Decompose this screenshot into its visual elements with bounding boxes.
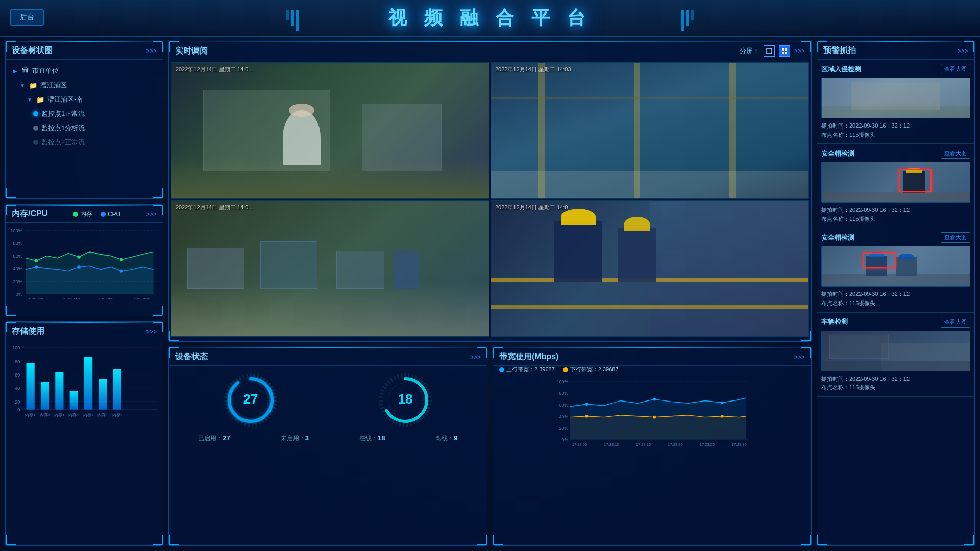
gauge-1: 27: [223, 372, 279, 428]
svg-text:内存1: 内存1: [40, 413, 51, 417]
alert-item-4-header: 车辆检测 查看大图: [821, 317, 970, 328]
alert-thumbnail-4: [821, 331, 970, 371]
alert-view-btn-2[interactable]: 查看大图: [941, 148, 970, 159]
gauge-svg-2: 18: [377, 372, 433, 428]
gauge-stat-offline: 离线：9: [435, 434, 457, 443]
alert-thumbnail-1: [821, 78, 970, 118]
legend-dot-upload: [499, 367, 504, 372]
header-deco-right: [681, 10, 694, 31]
cpu-header: 内存/CPU 内存 CPU >>>: [6, 205, 163, 223]
svg-point-22: [77, 265, 80, 268]
svg-point-78: [721, 401, 724, 404]
alert-info-2: 抓拍时间：2022-09-30 16：32：12 布点名称：115摄像头: [821, 206, 970, 223]
device-status-panel: 设备状态 >>>: [168, 347, 487, 546]
legend-upload: 上行带宽：2.39687: [499, 366, 555, 373]
svg-text:0: 0: [17, 407, 20, 412]
bandwidth-title: 带宽使用(Mbps): [499, 352, 558, 362]
svg-marker-79: [570, 415, 747, 439]
legend-dot-download: [563, 367, 568, 372]
alert-view-btn-1[interactable]: 查看大图: [941, 64, 970, 74]
svg-marker-20: [26, 266, 153, 294]
tree-item-district1[interactable]: ▼ 📁 漕江浦区: [12, 78, 157, 92]
video-cell-1[interactable]: 2022年12月14日 星期二 14:0...: [171, 62, 489, 199]
svg-rect-44: [84, 357, 92, 409]
svg-text:80%: 80%: [559, 391, 568, 396]
gauge-stat-enabled: 已启用：27: [198, 434, 230, 443]
alert-panel: 预警抓拍 >>> 区域入侵检测 查看大图: [817, 41, 975, 546]
svg-text:17:23:05: 17:23:05: [28, 297, 45, 299]
svg-text:100%: 100%: [10, 228, 22, 233]
svg-text:20: 20: [15, 399, 20, 405]
alert-info-3: 抓拍时间：2022-09-30 16：32：12 布点名称：115摄像头: [821, 290, 970, 308]
video-cell-4[interactable]: 2022年12月14日 星期二 14:0...: [491, 200, 809, 337]
alert-panel-title: 预警抓拍: [823, 45, 856, 56]
back-button[interactable]: 后台: [10, 9, 44, 26]
svg-text:17:23:05: 17:23:05: [572, 442, 587, 447]
storage-header: 存储使用 >>>: [6, 322, 163, 340]
tree-item-cam3[interactable]: 监控点2正常流: [12, 135, 157, 149]
svg-text:17:23:25: 17:23:25: [700, 442, 715, 447]
cpu-panel: 内存/CPU 内存 CPU >>>: [5, 204, 163, 316]
screen-1x1-btn[interactable]: [764, 45, 775, 57]
svg-text:40%: 40%: [13, 266, 22, 271]
video-cell-3[interactable]: 2022年12月14日 星期二 14:0...: [171, 200, 489, 337]
svg-text:内存1: 内存1: [25, 413, 36, 417]
video-timestamp-1: 2022年12月14日 星期二 14:0...: [176, 66, 253, 73]
svg-rect-48: [113, 369, 121, 410]
status-dot-cam1: [33, 111, 38, 116]
svg-rect-36: [27, 363, 35, 410]
alert-type-2: 安全帽检测: [821, 149, 854, 158]
cpu-legend: 内存 CPU: [73, 210, 120, 218]
svg-text:40: 40: [15, 386, 20, 391]
storage-chart-container: 100 80 60 40 20 0: [6, 340, 163, 422]
tree-item-cam1[interactable]: 监控点1正常流: [12, 107, 157, 121]
svg-rect-40: [55, 372, 63, 410]
svg-text:0%: 0%: [15, 292, 22, 297]
alert-view-btn-3[interactable]: 查看大图: [941, 232, 970, 243]
svg-text:17:23:20: 17:23:20: [133, 297, 150, 299]
svg-rect-52: [785, 48, 787, 51]
svg-point-81: [653, 416, 656, 419]
alert-thumbnail-2: [821, 162, 970, 203]
svg-point-21: [35, 265, 38, 268]
svg-text:内存1: 内存1: [83, 413, 94, 417]
tree-item-district2[interactable]: ▼ 📁 漕江浦区-南: [12, 92, 157, 107]
svg-text:0%: 0%: [561, 437, 568, 442]
video-panel-header: 实时调阅 分屏：: [169, 41, 811, 60]
center-column: 实时调阅 分屏：: [168, 41, 812, 546]
svg-point-18: [77, 255, 80, 258]
alert-panel-header: 预警抓拍 >>>: [817, 41, 974, 60]
bw-chart-svg: 100% 80% 60% 40% 20% 0%: [497, 378, 807, 450]
alert-view-btn-4[interactable]: 查看大图: [941, 317, 970, 328]
bottom-center: 设备状态 >>>: [168, 347, 812, 546]
svg-rect-42: [70, 391, 78, 409]
tree-item-city[interactable]: ▶ 🏛 市直单位: [12, 64, 157, 78]
disabled-label: 未启用：3: [281, 434, 309, 443]
offline-label: 离线：9: [435, 434, 457, 443]
bandwidth-header: 带宽使用(Mbps) >>>: [493, 347, 811, 366]
svg-text:17:23:20: 17:23:20: [668, 442, 682, 447]
legend-dot-cpu: [101, 212, 106, 217]
alert-type-3: 安全帽检测: [821, 233, 854, 242]
gauge-stat-disabled: 未启用：3: [281, 434, 309, 443]
main-layout: 设备树状图 >>> ▶ 🏛 市直单位 ▼ 📁 漕江浦区: [0, 37, 980, 551]
svg-text:17:23:30: 17:23:30: [731, 442, 746, 447]
svg-text:80: 80: [15, 359, 20, 364]
video-panel: 实时调阅 分屏：: [168, 41, 812, 342]
tree-item-cam2[interactable]: 监控点1分析流: [12, 121, 157, 135]
screen-2x2-btn[interactable]: [779, 45, 790, 57]
alert-item-3: 安全帽检测 查看大图: [817, 228, 974, 312]
alert-item-4: 车辆检测 查看大图 抓拍时间：2022-09-30 16：32: [817, 313, 974, 397]
storage-chart-svg: 100 80 60 40 20 0: [10, 342, 159, 420]
svg-text:17:23:15: 17:23:15: [636, 442, 651, 447]
svg-point-23: [120, 270, 123, 273]
video-cell-2[interactable]: 2022年12月14日 星期二 14:03: [491, 62, 809, 199]
svg-rect-46: [99, 379, 107, 410]
svg-point-77: [653, 398, 656, 401]
svg-text:20%: 20%: [559, 425, 568, 431]
bandwidth-panel: 带宽使用(Mbps) >>> 上行带宽：2.39687 下行带宽：2.39687: [493, 347, 812, 546]
cpu-title: 内存/CPU: [12, 209, 47, 219]
alert-item-2: 安全帽检测 查看大图 抓拍时间：: [817, 144, 974, 228]
cpu-chart-svg: 100% 80% 60% 40% 20% 0% 17:23:05 17:23:1…: [10, 225, 159, 299]
svg-text:100%: 100%: [557, 379, 568, 384]
